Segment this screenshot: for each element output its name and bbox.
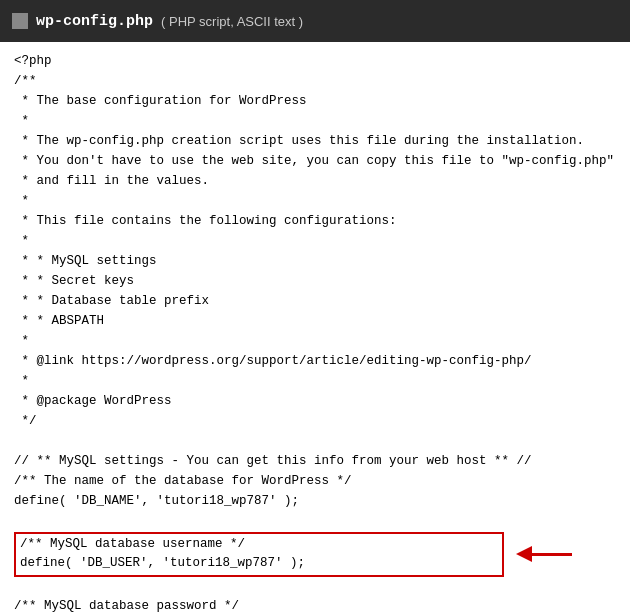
code-line: */ [14, 412, 616, 432]
code-line: * * Secret keys [14, 272, 616, 292]
highlight-line-1: /** MySQL database username */ [20, 535, 498, 554]
code-line [14, 432, 616, 452]
code-text: define( 'DB_USER', 'tutori18_wp787' ); [20, 554, 305, 573]
arrow-line [532, 553, 572, 556]
code-text: // ** MySQL settings - You can get this … [14, 452, 532, 471]
code-line: * [14, 372, 616, 392]
file-meta: ( PHP script, ASCII text ) [161, 14, 303, 29]
code-text: * @link https://wordpress.org/support/ar… [14, 352, 532, 371]
code-line [14, 577, 616, 597]
arrow-head [516, 546, 532, 562]
code-text: */ [14, 412, 37, 431]
code-line: * @link https://wordpress.org/support/ar… [14, 352, 616, 372]
code-line: * [14, 112, 616, 132]
code-line: * [14, 332, 616, 352]
code-line: * @package WordPress [14, 392, 616, 412]
code-text: * [14, 112, 29, 131]
code-text [14, 577, 22, 596]
code-line: // ** MySQL settings - You can get this … [14, 452, 616, 472]
code-text: * [14, 192, 29, 211]
code-text: * * Secret keys [14, 272, 134, 291]
code-line: /** MySQL database password */ [14, 597, 616, 612]
code-area: <?php /** * The base configuration for W… [0, 42, 630, 612]
code-text: define( 'DB_NAME', 'tutori18_wp787' ); [14, 492, 299, 511]
code-text: /** MySQL database username */ [20, 535, 245, 554]
highlight-line-2: define( 'DB_USER', 'tutori18_wp787' ); [20, 554, 498, 573]
code-text: /** [14, 72, 37, 91]
code-text: * You don't have to use the web site, yo… [14, 152, 614, 171]
code-text: * The base configuration for WordPress [14, 92, 307, 111]
code-text: * [14, 232, 29, 251]
code-text: * [14, 372, 29, 391]
code-text: /** The name of the database for WordPre… [14, 472, 352, 491]
code-text: * @package WordPress [14, 392, 172, 411]
code-text: * and fill in the values. [14, 172, 209, 191]
code-line: * * MySQL settings [14, 252, 616, 272]
highlighted-section: /** MySQL database username */ define( '… [14, 532, 514, 577]
code-line: * and fill in the values. [14, 172, 616, 192]
code-line: /** [14, 72, 616, 92]
code-text: * * ABSPATH [14, 312, 104, 331]
red-arrow [516, 546, 572, 562]
code-line: * You don't have to use the web site, yo… [14, 152, 616, 172]
highlight-border: /** MySQL database username */ define( '… [14, 532, 504, 577]
code-text: * * MySQL settings [14, 252, 157, 271]
code-line: * The base configuration for WordPress [14, 92, 616, 112]
code-text: * * Database table prefix [14, 292, 209, 311]
code-line: * [14, 232, 616, 252]
code-text: * [14, 332, 29, 351]
code-text [14, 432, 22, 451]
code-line: * * ABSPATH [14, 312, 616, 332]
code-line: * * Database table prefix [14, 292, 616, 312]
code-text: /** MySQL database password */ [14, 597, 239, 612]
code-line [14, 512, 616, 532]
code-line: * The wp-config.php creation script uses… [14, 132, 616, 152]
code-line: * This file contains the following confi… [14, 212, 616, 232]
code-line: /** The name of the database for WordPre… [14, 472, 616, 492]
code-text: * This file contains the following confi… [14, 212, 397, 231]
filename: wp-config.php [36, 13, 153, 30]
title-bar: wp-config.php ( PHP script, ASCII text ) [0, 0, 630, 42]
code-text: * The wp-config.php creation script uses… [14, 132, 584, 151]
code-text [14, 512, 22, 531]
code-text: <?php [14, 52, 52, 71]
file-icon [12, 13, 28, 29]
code-line: define( 'DB_NAME', 'tutori18_wp787' ); [14, 492, 616, 512]
code-line: <?php [14, 52, 616, 72]
code-line: * [14, 192, 616, 212]
